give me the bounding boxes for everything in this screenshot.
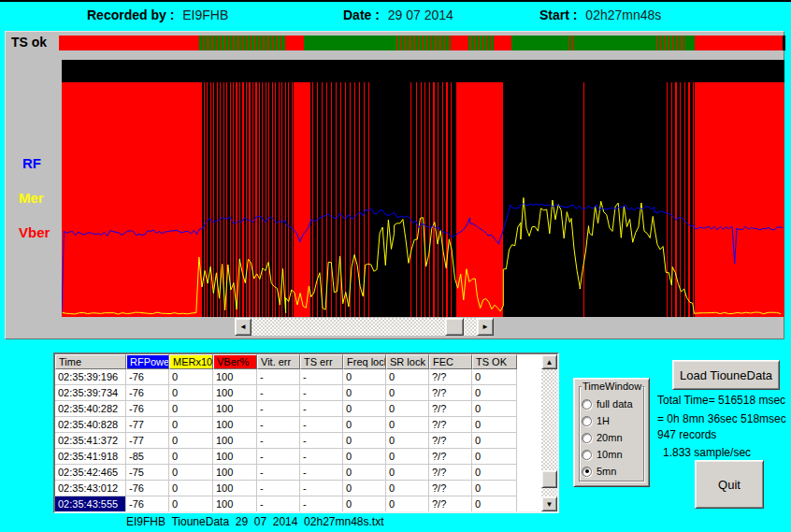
column-header-sr-lock[interactable]: SR lock [386,354,429,369]
table-cell[interactable]: 0 [472,369,517,385]
column-header-ts-err[interactable]: TS err [300,354,343,369]
table-cell[interactable]: ?/? [429,385,472,401]
column-header-ts-ok[interactable]: TS OK [472,354,517,369]
table-cell[interactable]: 0 [386,449,429,465]
table-cell[interactable]: - [300,496,343,511]
table-cell[interactable]: - [257,385,300,401]
quit-button[interactable]: Quit [695,460,764,509]
table-cell[interactable]: 02:35:40:828 [55,417,126,433]
radio-option-20mn[interactable]: 20mn [582,429,647,446]
table-cell[interactable]: 0 [386,465,429,481]
table-cell[interactable]: 0 [169,433,213,449]
table-cell[interactable]: 0 [343,385,386,401]
table-row[interactable]: 02:35:41:372-770100--00?/?0 [55,433,541,449]
table-cell[interactable]: 0 [472,449,517,465]
table-cell[interactable]: - [257,465,300,481]
table-cell[interactable]: -77 [126,433,169,449]
table-scrollbar-track[interactable] [541,369,557,496]
table-cell[interactable]: 100 [213,385,257,401]
chart-horizontal-scrollbar[interactable]: ◄ ► [235,318,494,336]
table-cell[interactable]: 0 [472,496,517,511]
table-cell[interactable]: ?/? [429,401,472,417]
table-cell[interactable]: - [300,449,343,465]
table-cell[interactable]: 02:35:43:012 [55,481,126,496]
chart-scrollbar-thumb[interactable] [445,318,464,336]
table-cell[interactable]: 0 [343,496,386,511]
table-cell[interactable]: - [257,417,300,433]
table-cell[interactable]: - [257,449,300,465]
table-cell[interactable]: ?/? [429,449,472,465]
table-cell[interactable]: 0 [386,417,429,433]
table-cell[interactable]: 02:35:41:372 [55,433,126,449]
table-cell[interactable]: 0 [472,401,517,417]
table-cell[interactable]: 0 [386,496,429,511]
table-row[interactable]: 02:35:40:828-770100--00?/?0 [55,417,541,433]
selected-cell[interactable]: 02:35:43:555 [55,496,126,511]
table-row[interactable]: 02:35:40:282-760100--00?/?0 [55,401,541,417]
scroll-left-button[interactable]: ◄ [235,318,252,336]
table-cell[interactable]: - [300,465,343,481]
table-cell[interactable]: - [300,433,343,449]
table-cell[interactable]: 100 [213,481,257,496]
table-cell[interactable]: ?/? [429,417,472,433]
table-cell[interactable]: - [300,401,343,417]
radio-option-10mn[interactable]: 10mn [582,446,647,463]
table-cell[interactable]: 0 [343,433,386,449]
table-cell[interactable]: ?/? [429,496,472,511]
radio-icon[interactable] [582,399,592,410]
table-cell[interactable]: 0 [386,481,429,496]
table-row[interactable]: 02:35:43:555-760100--00?/?0 [55,496,541,511]
radio-icon[interactable] [582,450,592,460]
table-cell[interactable]: 100 [213,401,257,417]
table-vertical-scrollbar[interactable]: ▲ ▼ [541,354,557,511]
table-cell[interactable]: 0 [343,465,386,481]
table-cell[interactable]: 02:35:40:282 [55,401,126,417]
table-scrollbar-thumb[interactable] [541,470,557,488]
table-cell[interactable]: - [257,481,300,496]
table-cell[interactable]: 0 [169,449,213,465]
table-row[interactable]: 02:35:39:734-760100--00?/?0 [55,385,541,401]
table-cell[interactable]: 0 [472,417,517,433]
column-header-rfpower[interactable]: RFPower [126,354,169,369]
table-cell[interactable]: 02:35:39:734 [55,385,126,401]
table-cell[interactable]: -76 [126,385,169,401]
table-cell[interactable]: 0 [169,385,213,401]
table-row[interactable]: 02:35:41:918-850100--00?/?0 [55,449,541,465]
table-cell[interactable]: 0 [343,401,386,417]
table-cell[interactable]: ?/? [429,465,472,481]
column-header-fec[interactable]: FEC [429,354,472,369]
table-cell[interactable]: 0 [386,401,429,417]
column-header-time[interactable]: Time [55,354,126,369]
table-cell[interactable]: -75 [126,465,169,481]
radio-option-1H[interactable]: 1H [582,412,647,429]
scroll-up-button[interactable]: ▲ [541,354,557,369]
table-row[interactable]: 02:35:43:012-760100--00?/?0 [55,481,541,496]
table-cell[interactable]: -76 [126,369,169,385]
table-cell[interactable]: 0 [386,369,429,385]
radio-icon[interactable] [582,416,592,426]
scroll-right-button[interactable]: ► [477,318,494,336]
table-cell[interactable]: ?/? [429,433,472,449]
table-cell[interactable]: - [300,417,343,433]
chart-scrollbar-track[interactable] [252,318,477,336]
table-cell[interactable]: - [300,481,343,496]
table-cell[interactable]: - [300,369,343,385]
table-cell[interactable]: -76 [126,401,169,417]
scroll-down-button[interactable]: ▼ [541,496,557,511]
table-cell[interactable]: 0 [343,481,386,496]
table-cell[interactable]: - [257,433,300,449]
table-cell[interactable]: -76 [126,496,169,511]
table-cell[interactable]: 100 [213,449,257,465]
table-cell[interactable]: 0 [169,401,213,417]
table-cell[interactable]: 0 [169,369,213,385]
table-cell[interactable]: 02:35:39:196 [55,369,126,385]
table-cell[interactable]: - [257,401,300,417]
table-cell[interactable]: 100 [213,417,257,433]
table-cell[interactable]: 02:35:42:465 [55,465,126,481]
table-cell[interactable]: 0 [343,449,386,465]
radio-selected-icon[interactable] [582,467,592,477]
table-cell[interactable]: 0 [169,465,213,481]
radio-option-5mn[interactable]: 5mn [582,463,647,480]
column-header-merx10[interactable]: MERx10 [169,354,213,369]
table-cell[interactable]: -77 [126,417,169,433]
